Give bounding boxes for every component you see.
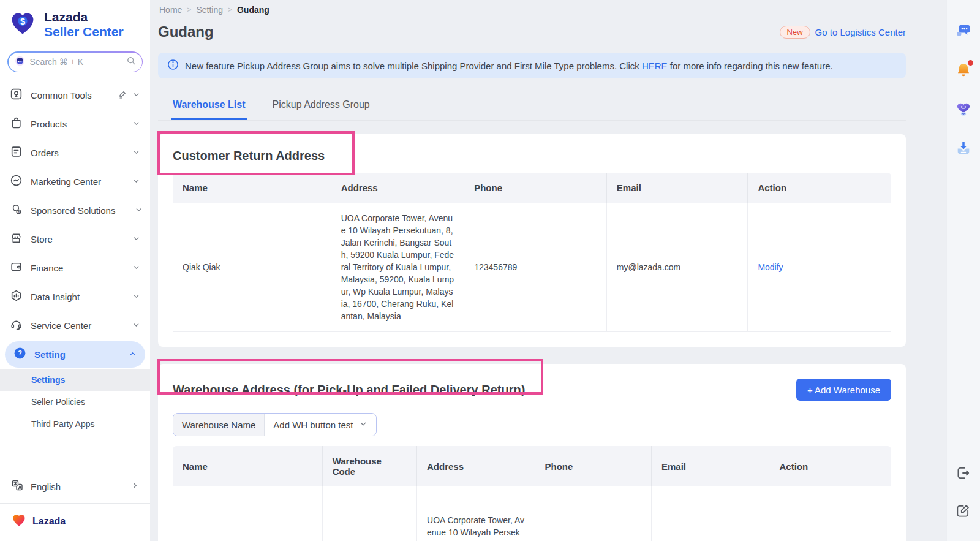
cell-warehouse-code: MY1WF20PIP-W xyxy=(323,486,417,541)
customer-return-address-title: Customer Return Address xyxy=(173,149,891,163)
breadcrumb-separator: > xyxy=(187,6,191,14)
customer-return-address-table: Name Address Phone Email Action Qiak Qia… xyxy=(173,173,891,332)
sidebar-item-label: Sponsored Solutions xyxy=(31,205,115,216)
edit-pencil-icon[interactable] xyxy=(118,89,127,102)
column-header-address: Address xyxy=(331,173,465,203)
products-icon xyxy=(10,116,23,132)
warehouse-address-table: Name Warehouse Code Address Phone Email … xyxy=(173,446,891,541)
sidebar-item-sponsored-solutions[interactable]: $ Sponsored Solutions xyxy=(0,196,150,225)
submenu-item-third-party-apps[interactable]: Third Party Apps xyxy=(0,413,150,435)
lazada-heart-icon xyxy=(11,513,27,530)
banner-text: New feature Pickup Address Group aims to… xyxy=(185,61,833,71)
filter-selected-value: Add WH button test xyxy=(273,420,353,430)
breadcrumb-home[interactable]: Home xyxy=(159,5,182,15)
chevron-down-icon[interactable] xyxy=(132,148,140,159)
chevron-up-icon[interactable] xyxy=(129,349,137,360)
sidebar-item-marketing-center[interactable]: Marketing Center xyxy=(0,167,150,196)
search-icon[interactable] xyxy=(126,56,136,68)
cell-action xyxy=(769,486,891,541)
warehouse-address-card: Warehouse Address (for Pick-Up and Faile… xyxy=(158,364,906,541)
page-title: Gudang xyxy=(158,23,214,40)
column-header-name: Name xyxy=(173,173,331,203)
brand-text: Lazada Seller Center xyxy=(44,10,124,39)
language-selector[interactable]: English xyxy=(0,471,150,502)
banner-here-link[interactable]: HERE xyxy=(642,61,668,71)
sidebar-item-finance[interactable]: Finance xyxy=(0,254,150,282)
submenu-item-settings[interactable]: Settings xyxy=(0,369,150,391)
filter-label: Warehouse Name xyxy=(173,414,265,436)
brand-name: Lazada xyxy=(44,10,124,25)
download-icon[interactable] xyxy=(955,140,972,157)
svg-text:?: ? xyxy=(18,350,22,357)
svg-text:$: $ xyxy=(20,17,25,26)
sidebar-item-store[interactable]: Store xyxy=(0,225,150,254)
chat-icon[interactable] xyxy=(955,22,972,39)
sidebar-item-label: Service Center xyxy=(31,320,91,331)
service-center-icon xyxy=(10,318,23,333)
sidebar-item-orders[interactable]: Orders xyxy=(0,138,150,167)
warehouse-address-title: Warehouse Address (for Pick-Up and Faile… xyxy=(173,383,525,397)
cell-email xyxy=(652,486,769,541)
banner-text-after: for more info regarding this new feature… xyxy=(668,61,833,71)
chevron-down-icon[interactable] xyxy=(132,320,140,331)
notification-bell-icon[interactable] xyxy=(955,61,972,78)
search-container xyxy=(7,51,143,72)
submenu-item-seller-policies[interactable]: Seller Policies xyxy=(0,391,150,413)
breadcrumb-setting[interactable]: Setting xyxy=(196,5,223,15)
go-to-logistics-center-link[interactable]: Go to Logistics Center xyxy=(815,27,906,37)
app-window: $ Lazada Seller Center Common Tools xyxy=(0,0,980,541)
cell-name: Qiak Qiak xyxy=(173,203,331,332)
store-icon xyxy=(10,232,23,247)
sidebar-item-data-insight[interactable]: Data Insight xyxy=(0,282,150,311)
sidebar-item-label: Store xyxy=(31,234,53,244)
tab-pickup-address-group[interactable]: Pickup Address Group xyxy=(271,93,371,120)
lazada-footer-brand: Lazada xyxy=(0,504,150,541)
sidebar-item-products[interactable]: Products xyxy=(0,110,150,138)
sidebar-item-common-tools[interactable]: Common Tools xyxy=(0,81,150,110)
chevron-down-icon[interactable] xyxy=(132,292,140,303)
column-header-email: Email xyxy=(607,173,748,203)
chevron-down-icon[interactable] xyxy=(132,234,140,245)
sidebar-footer: English Lazada xyxy=(0,471,150,541)
setting-help-icon: ? xyxy=(13,347,26,362)
common-tools-icon xyxy=(10,88,23,103)
chevron-down-icon[interactable] xyxy=(132,176,140,187)
sidebar-item-label: Marketing Center xyxy=(31,176,101,187)
chevron-down-icon[interactable] xyxy=(135,205,143,216)
tab-bar: Warehouse List Pickup Address Group xyxy=(158,93,906,121)
tab-warehouse-list[interactable]: Warehouse List xyxy=(172,93,247,120)
chevron-down-icon[interactable] xyxy=(132,119,140,130)
column-header-warehouse-code: Warehouse Code xyxy=(323,446,417,486)
notification-dot xyxy=(968,60,973,66)
sidebar-nav: Common Tools Products Orders Marketing C… xyxy=(0,81,150,435)
sidebar-item-label: Products xyxy=(31,119,67,129)
lazada-seller-logo-icon: $ xyxy=(9,10,37,39)
modify-link[interactable]: Modify xyxy=(758,262,783,272)
table-row: Qiak Qiak UOA Corporate Tower, Avenue 10… xyxy=(173,203,891,332)
breadcrumb: Home > Setting > Gudang xyxy=(158,5,906,15)
breadcrumb-current: Gudang xyxy=(237,5,270,15)
warehouse-name-filter: Warehouse Name Add WH button test xyxy=(173,413,377,436)
sidebar-item-setting[interactable]: ? Setting xyxy=(5,341,145,368)
add-warehouse-button[interactable]: + Add Warehouse xyxy=(796,379,891,401)
filter-dropdown[interactable]: Add WH button test xyxy=(265,414,376,436)
sidebar-item-label: Setting xyxy=(34,349,66,360)
bot-assistant-icon[interactable] xyxy=(955,100,972,118)
compose-icon[interactable] xyxy=(955,503,972,520)
chevron-down-icon[interactable] xyxy=(132,90,140,101)
column-header-phone: Phone xyxy=(464,173,607,203)
info-icon xyxy=(167,59,179,73)
breadcrumb-separator: > xyxy=(228,6,232,14)
search-input[interactable] xyxy=(30,57,121,67)
cell-address: UOA Corporate Tower, Avenue 10 Wilayah P… xyxy=(331,203,465,332)
finance-icon xyxy=(10,260,23,276)
logout-icon[interactable] xyxy=(955,465,972,482)
main-content: Home > Setting > Gudang Gudang New Go to… xyxy=(150,0,946,541)
orders-icon xyxy=(10,145,23,161)
banner-text-before: New feature Pickup Address Group aims to… xyxy=(185,61,642,71)
chevron-down-icon[interactable] xyxy=(132,263,140,274)
sidebar-item-service-center[interactable]: Service Center xyxy=(0,311,150,340)
assistant-bot-icon xyxy=(15,56,25,69)
marketing-center-icon xyxy=(10,174,23,189)
brand-subtitle: Seller Center xyxy=(44,25,124,39)
